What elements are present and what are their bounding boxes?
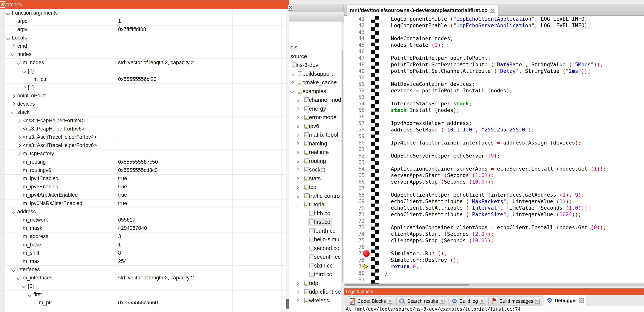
- watch-row[interactable]: m_interfacesstd::vector of length 2, cap…: [0, 274, 286, 282]
- tree-item-channel-mod[interactable]: channel-mod: [289, 96, 341, 104]
- tab-close-icon[interactable]: [480, 299, 484, 304]
- expand-arrow-icon[interactable]: [295, 299, 299, 303]
- watch-row[interactable]: m_ipv4Enabledtrue: [0, 174, 286, 183]
- editor-tab-first-cc[interactable]: mnt/dev/tools/source/ns-3-dev/examples/t…: [346, 4, 498, 16]
- watch-row[interactable]: m_routingv60x5555555cd3c0: [0, 166, 286, 174]
- line-number[interactable]: 44: [344, 35, 365, 42]
- watch-row[interactable]: m_mask4294967040: [0, 224, 286, 232]
- collapse-arrow-icon[interactable]: [22, 284, 26, 288]
- expand-arrow-icon[interactable]: [295, 124, 299, 128]
- expand-arrow-icon[interactable]: [295, 176, 299, 180]
- editor-hscroll-thumb[interactable]: [345, 284, 469, 286]
- collapse-arrow-icon[interactable]: [17, 61, 21, 65]
- watch-row[interactable]: Locals: [0, 34, 286, 42]
- expand-arrow-icon[interactable]: [295, 116, 299, 120]
- line-number[interactable]: 49: [344, 68, 365, 74]
- line-number[interactable]: 78: [344, 257, 365, 263]
- expand-arrow-icon[interactable]: [295, 281, 299, 285]
- tree-item-second-cc[interactable]: second.cc: [289, 244, 341, 253]
- tab-close-icon[interactable]: [388, 299, 392, 304]
- tree-item-seventh-cc[interactable]: seventh.cc: [289, 253, 341, 261]
- line-number[interactable]: 48: [344, 61, 365, 68]
- tree-item-fourth-cc[interactable]: fourth.cc: [289, 227, 341, 235]
- line-number[interactable]: 72: [344, 218, 365, 224]
- tree-item-stats[interactable]: stats: [289, 174, 341, 183]
- watch-row[interactable]: m_routing0x555555587c50: [0, 158, 286, 166]
- line-number[interactable]: 54: [344, 100, 365, 107]
- collapse-arrow-icon[interactable]: [22, 69, 26, 73]
- expand-arrow-icon[interactable]: [295, 107, 299, 111]
- watch-row[interactable]: stack: [0, 108, 286, 117]
- watches-close-icon[interactable]: [0, 1, 6, 8]
- tree-item-third-cc[interactable]: third.cc: [289, 270, 341, 279]
- line-number[interactable]: 58: [344, 127, 365, 133]
- line-number[interactable]: 70: [344, 205, 365, 211]
- expand-arrow-icon[interactable]: [295, 194, 299, 198]
- expand-arrow-icon[interactable]: [17, 135, 21, 139]
- line-number[interactable]: 59: [344, 133, 365, 140]
- tree-item-ols[interactable]: ols: [289, 43, 341, 52]
- collapse-arrow-icon[interactable]: [17, 276, 21, 280]
- expand-arrow-icon[interactable]: [290, 81, 294, 85]
- expand-arrow-icon[interactable]: [17, 119, 21, 123]
- watch-row[interactable]: <ns3::PcapHelperForIpv6>: [0, 125, 286, 133]
- watches-vertical-scrollbar[interactable]: [286, 9, 289, 312]
- watch-row[interactable]: m_ipv4ArpJitterEnabledtrue: [0, 191, 286, 199]
- expand-arrow-icon[interactable]: [295, 159, 299, 163]
- expand-arrow-icon[interactable]: [295, 290, 299, 294]
- tree-item-buildsupport[interactable]: buildsupport: [289, 70, 341, 78]
- line-number[interactable]: 56: [344, 114, 365, 120]
- line-number[interactable]: 51: [344, 81, 365, 87]
- tree-item-naming[interactable]: naming: [289, 139, 341, 148]
- tree-panel-close-icon[interactable]: [288, 5, 294, 10]
- collapse-arrow-icon[interactable]: [6, 11, 10, 15]
- tab-close-icon[interactable]: [440, 299, 444, 304]
- watch-row[interactable]: m_ptr0x5555555ca660: [0, 299, 286, 307]
- expand-arrow-icon[interactable]: [17, 144, 21, 148]
- line-number[interactable]: 67: [344, 185, 365, 192]
- tree-item-udp-client-ser[interactable]: udp-client-ser: [289, 288, 341, 296]
- watch-row[interactable]: <ns3::PcapHelperForIpv4>: [0, 117, 286, 125]
- tree-item-ipv6[interactable]: ipv6: [289, 122, 341, 131]
- watch-row[interactable]: [0]: [0, 282, 286, 291]
- line-number[interactable]: 80: [344, 270, 365, 276]
- breakpoint-icon[interactable]: [363, 250, 370, 257]
- watch-row[interactable]: [1]: [0, 83, 286, 92]
- editor-tab-close-icon[interactable]: [490, 8, 495, 13]
- line-number[interactable]: 75: [344, 237, 365, 244]
- expand-arrow-icon[interactable]: [22, 86, 26, 90]
- code-editor[interactable]: 41 LogComponentEnable ("UdpEchoClientApp…: [344, 16, 644, 284]
- collapse-arrow-icon[interactable]: [11, 52, 15, 57]
- expand-arrow-icon[interactable]: [17, 152, 21, 156]
- tab-close-icon[interactable]: [535, 299, 540, 304]
- collapse-arrow-icon[interactable]: [11, 268, 15, 272]
- line-number[interactable]: 65: [344, 172, 365, 179]
- tree-item-examples[interactable]: examples: [289, 87, 341, 96]
- watch-row[interactable]: <ns3::AsciiTraceHelperForIpv6>: [0, 141, 286, 150]
- logs-tab-code-blocks[interactable]: Code::Blocks: [346, 296, 395, 306]
- tree-vertical-scrollbar[interactable]: [341, 21, 344, 312]
- watch-row[interactable]: <ns3::AsciiTraceHelperForIpv4>: [0, 133, 286, 142]
- line-number[interactable]: 63: [344, 159, 365, 165]
- watch-row[interactable]: address: [0, 208, 286, 216]
- line-number[interactable]: 66: [344, 179, 365, 185]
- expand-arrow-icon[interactable]: [295, 151, 299, 155]
- watch-row[interactable]: m_ptr0x55555556cf20: [0, 75, 286, 84]
- tree-item-routing[interactable]: routing: [289, 157, 341, 165]
- tree-item-traffic-contro[interactable]: traffic-contro: [289, 192, 341, 200]
- expand-arrow-icon[interactable]: [11, 94, 15, 98]
- watches-scrollbar-thumb[interactable]: [286, 299, 289, 309]
- line-number[interactable]: 41: [344, 16, 365, 22]
- line-number[interactable]: 79: [344, 263, 365, 270]
- watch-row[interactable]: m_ipv6Enabledtrue: [0, 183, 286, 191]
- watch-row[interactable]: first: [0, 290, 286, 299]
- line-number[interactable]: 55: [344, 107, 365, 114]
- editor-horizontal-scrollbar[interactable]: [344, 284, 644, 286]
- watch-row[interactable]: nodes: [0, 50, 286, 59]
- tree-item-fifth-cc[interactable]: fifth.cc: [289, 209, 341, 218]
- tree-item-tcp[interactable]: tcp: [289, 183, 341, 192]
- collapse-arrow-icon[interactable]: [11, 210, 15, 214]
- line-number[interactable]: 64: [344, 165, 365, 172]
- tree-item-socket[interactable]: socket: [289, 165, 341, 174]
- expand-arrow-icon[interactable]: [295, 168, 299, 172]
